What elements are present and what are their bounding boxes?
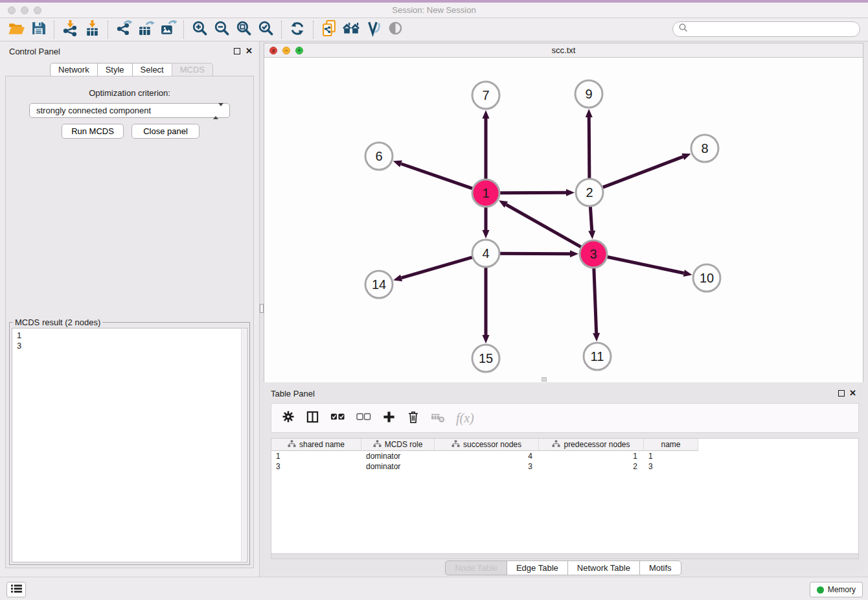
edge-arrowhead [593, 333, 600, 341]
vizmapper-button[interactable] [362, 20, 384, 40]
function-builder-button[interactable]: f(x) [456, 411, 474, 426]
zoom-in-icon [191, 19, 209, 40]
network-graph[interactable]: 7968124314101511 [264, 58, 863, 382]
select-all-button[interactable] [330, 411, 345, 424]
refresh-icon [289, 20, 306, 40]
deselect-all-button[interactable] [356, 411, 371, 424]
zoom-selected-icon [257, 19, 275, 40]
task-history-button[interactable] [6, 582, 26, 597]
tab-edge-table[interactable]: Edge Table [507, 560, 568, 575]
tab-style[interactable]: Style [97, 63, 133, 77]
table-settings-button[interactable] [282, 410, 295, 426]
table-cell[interactable]: dominator [361, 461, 435, 472]
tab-network-table[interactable]: Network Table [567, 560, 640, 575]
column-label: predecessor nodes [564, 440, 630, 449]
run-mcds-button[interactable]: Run MCDS [62, 124, 124, 139]
search-input[interactable] [672, 21, 860, 37]
table-cell[interactable]: 1 [539, 451, 644, 461]
table-cell[interactable]: 3 [644, 461, 698, 472]
add-row-button[interactable] [382, 410, 396, 426]
node-label-8: 8 [701, 141, 708, 156]
node-label-3: 3 [589, 247, 597, 261]
mcds-result-text: 1 3 [12, 329, 247, 351]
panel-splitter[interactable] [259, 41, 264, 577]
edge-3-1[interactable] [506, 205, 581, 247]
table-cell[interactable]: 3 [435, 461, 539, 472]
table-cell[interactable]: 2 [539, 461, 644, 472]
open-session-button[interactable] [5, 20, 27, 40]
edge-1-6[interactable] [401, 164, 472, 189]
column-header-successor-nodes[interactable]: successor nodes [435, 439, 539, 451]
edge-arrowhead [566, 189, 575, 196]
import-table-button[interactable] [81, 20, 103, 40]
edge-1-2[interactable] [500, 192, 566, 193]
table-cell[interactable]: 1 [271, 451, 361, 461]
edge-2-8[interactable] [603, 157, 683, 187]
mcds-result-group: MCDS result (2 nodes) 1 3 [9, 317, 250, 565]
node-label-6: 6 [375, 149, 382, 163]
table-cell[interactable]: 3 [271, 461, 361, 472]
close-panel-icon[interactable]: ✕ [849, 388, 856, 398]
hierarchy-icon [288, 440, 296, 450]
edge-3-10[interactable] [608, 257, 684, 273]
zoom-selected-button[interactable] [255, 20, 277, 40]
clone-network-button[interactable] [318, 20, 340, 40]
import-network-button[interactable] [59, 20, 81, 40]
network-view-window: x − + scc.txt 7968124314101511 [264, 43, 863, 382]
table-cell[interactable]: 4 [435, 451, 539, 461]
edge-arrowhead [483, 110, 490, 119]
open-folder-icon [8, 20, 25, 40]
column-label: successor nodes [463, 440, 521, 449]
memory-button[interactable]: Memory [810, 582, 863, 597]
edge-arrowhead [681, 154, 691, 160]
table-cell[interactable]: 1 [644, 451, 698, 461]
tab-motifs[interactable]: Motifs [639, 560, 681, 575]
network-canvas[interactable]: 7968124314101511 [264, 58, 863, 382]
save-session-button[interactable] [27, 20, 49, 40]
export-network-button[interactable] [113, 20, 135, 40]
hide-panel-button[interactable] [384, 20, 406, 40]
export-table-button[interactable] [135, 20, 157, 40]
hierarchy-icon [373, 440, 382, 450]
home-button[interactable] [340, 20, 362, 40]
edge-3-11[interactable] [594, 268, 597, 333]
tab-node-table[interactable]: Node Table [445, 560, 507, 575]
table-panel-header: Table Panel ✕ [264, 387, 863, 400]
tab-mcds[interactable]: MCDS [172, 63, 213, 77]
criterion-dropdown[interactable]: strongly connected component [29, 103, 230, 118]
tab-network[interactable]: Network [50, 63, 98, 77]
column-header-shared-name[interactable]: shared name [271, 439, 361, 451]
zoom-out-button[interactable] [211, 20, 233, 40]
zoom-fit-button[interactable] [233, 20, 255, 40]
column-header-name[interactable]: name [644, 439, 698, 451]
float-window-icon[interactable] [838, 390, 845, 397]
export-image-button[interactable] [157, 20, 179, 40]
import-network-icon [62, 19, 79, 40]
refresh-network-button[interactable] [286, 20, 308, 40]
close-panel-button[interactable]: Close panel [131, 124, 200, 139]
node-label-4: 4 [482, 246, 489, 260]
table-body: 1dominator4113dominator323 [271, 451, 858, 472]
table-row[interactable]: 3dominator323 [271, 461, 858, 472]
import-table-icon [84, 19, 101, 40]
edge-2-9[interactable] [589, 117, 589, 178]
column-header-MCDS-role[interactable]: MCDS role [361, 439, 435, 451]
table-cell[interactable]: dominator [361, 451, 435, 461]
canvas-scroll-handle[interactable] [542, 377, 547, 382]
result-scrollbar[interactable] [241, 329, 246, 561]
edge-4-3[interactable] [500, 253, 570, 254]
delete-row-button[interactable] [407, 410, 420, 426]
status-bar: Memory [0, 577, 868, 600]
table-row[interactable]: 1dominator411 [271, 451, 858, 461]
delete-table-button[interactable] [431, 411, 445, 426]
table-columns-button[interactable] [306, 410, 319, 426]
float-window-icon[interactable] [234, 48, 240, 54]
zoom-in-button[interactable] [188, 20, 211, 40]
node-label-7: 7 [482, 88, 489, 102]
edge-2-3[interactable] [590, 207, 591, 231]
tab-select[interactable]: Select [132, 63, 172, 77]
column-header-predecessor-nodes[interactable]: predecessor nodes [539, 439, 644, 451]
edge-4-14[interactable] [402, 257, 472, 278]
close-panel-icon[interactable]: ✕ [246, 46, 253, 56]
eye-icon [387, 20, 404, 39]
